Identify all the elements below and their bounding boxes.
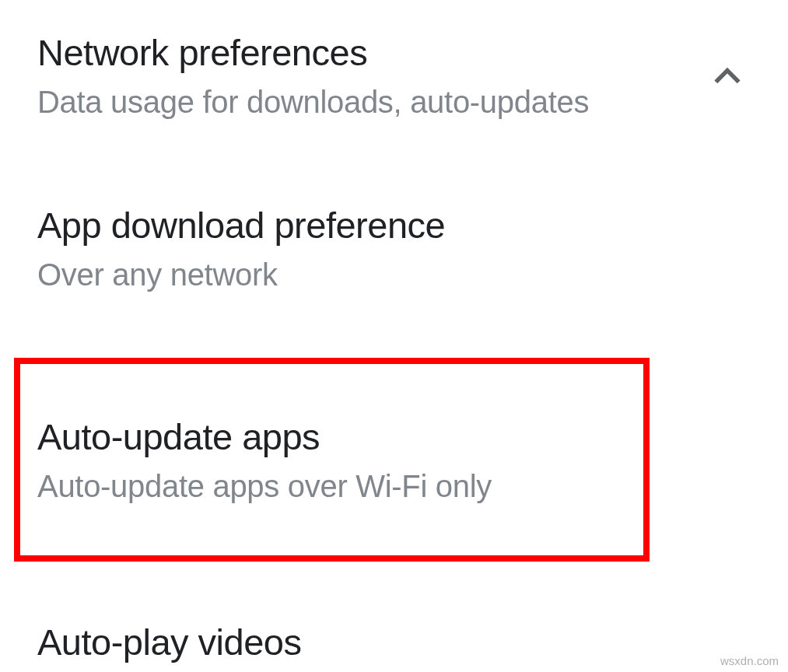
section-title: Network preferences bbox=[37, 31, 710, 74]
setting-value: Over any network bbox=[37, 257, 751, 292]
auto-play-videos-item[interactable]: Auto-play videos Auto-play videos over W… bbox=[37, 583, 751, 672]
settings-container: Network preferences Data usage for downl… bbox=[0, 0, 788, 672]
section-header-text: Network preferences Data usage for downl… bbox=[37, 31, 710, 120]
collapse-toggle[interactable] bbox=[710, 31, 751, 96]
setting-value: Auto-update apps over Wi-Fi only bbox=[37, 469, 626, 504]
setting-title: Auto-play videos bbox=[37, 621, 751, 663]
app-download-preference-item[interactable]: App download preference Over any network bbox=[37, 166, 751, 330]
network-preferences-header[interactable]: Network preferences Data usage for downl… bbox=[37, 31, 751, 166]
watermark: wsxdn.com bbox=[720, 654, 779, 667]
setting-title: App download preference bbox=[37, 204, 751, 247]
setting-title: Auto-update apps bbox=[37, 415, 626, 458]
chevron-up-icon bbox=[710, 59, 744, 93]
auto-update-apps-item[interactable]: Auto-update apps Auto-update apps over W… bbox=[14, 358, 650, 562]
section-subtitle: Data usage for downloads, auto-updates bbox=[37, 85, 710, 120]
